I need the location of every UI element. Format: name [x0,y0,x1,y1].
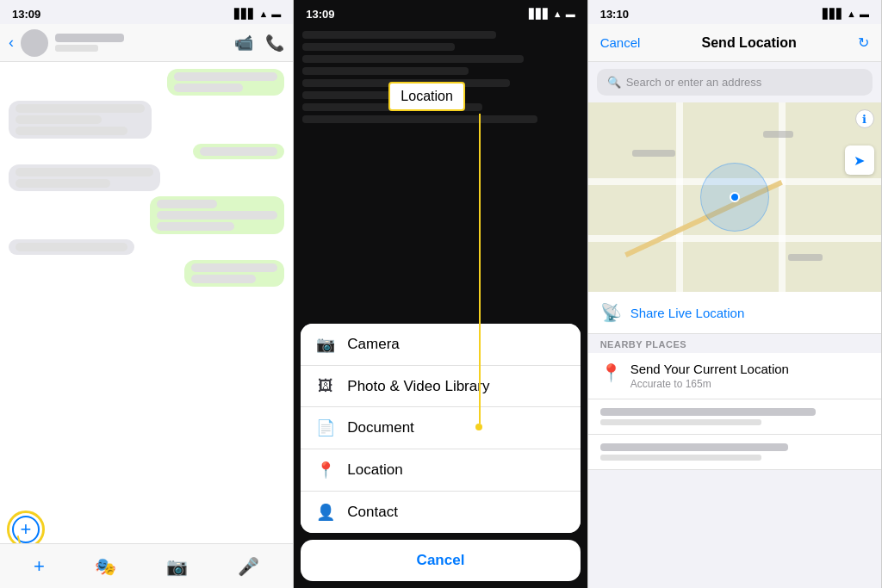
send-loc-cancel[interactable]: Cancel [600,35,641,50]
back-button[interactable]: ‹ [9,34,14,52]
camera-label: Camera [347,336,399,353]
contact-menu-icon: 👤 [316,503,335,522]
cancel-button[interactable]: Cancel [301,540,580,581]
bubble-3 [193,144,284,159]
document-menu-icon: 📄 [316,418,335,437]
mic-icon[interactable]: 🎤 [238,556,259,577]
action-sheet-panel: 13:09 ▋▋▋ ▲ ▬ Location 📷 Camera 🖼 Ph [294,0,587,588]
refresh-button[interactable]: ↻ [858,34,869,51]
msg-incoming-3 [9,239,284,255]
battery-icon-3: ▬ [860,9,869,19]
photos-label: Photo & Video Library [347,378,489,395]
status-icons-1: ▋▋▋ ▲ ▬ [234,9,281,20]
current-location-dot [730,192,740,202]
nav-action-icons: 📹 📞 [234,34,284,53]
contact-avatar [21,29,48,57]
bubble-2 [9,101,152,139]
sticker-icon[interactable]: 🎭 [95,556,116,577]
plus-button-area[interactable]: + [12,516,40,543]
map-label-3 [763,131,793,138]
location-label: Location [347,461,402,479]
msg-incoming-2 [9,164,284,191]
bubble-4 [9,164,160,191]
chat-panel: 13:09 ▋▋▋ ▲ ▬ ‹ 📹 📞 [0,0,294,588]
location-menu-icon: 📍 [316,461,335,480]
bubble-1 [167,69,284,96]
ios-action-sheet: 📷 Camera 🖼 Photo & Video Library 📄 Docum… [294,324,587,588]
contact-name-blur [55,34,124,42]
status-bar-2: 13:09 ▋▋▋ ▲ ▬ [294,0,587,24]
share-live-location[interactable]: 📡 Share Live Location [588,292,881,334]
time-1: 13:09 [12,8,40,21]
photos-menu-icon: 🖼 [316,377,335,395]
camera-menu-icon: 📷 [316,335,335,354]
current-loc-icon: 📍 [600,362,622,383]
status-icons-2: ▋▋▋ ▲ ▬ [529,9,575,20]
send-location-panel: 13:10 ▋▋▋ ▲ ▬ Cancel Send Location ↻ 🔍 S… [588,0,882,588]
location-list: 📡 Share Live Location NEARBY PLACES 📍 Se… [588,292,881,470]
msg-incoming-1 [9,101,284,139]
signal-icon-2: ▋▋▋ [529,9,550,20]
document-label: Document [347,419,413,436]
send-location-nav: Cancel Send Location ↻ [588,24,881,62]
menu-item-document[interactable]: 📄 Document [301,407,580,449]
menu-item-camera[interactable]: 📷 Camera [301,324,580,366]
live-location-icon: 📡 [600,302,622,323]
menu-item-location[interactable]: 📍 Location [301,449,580,492]
wifi-icon: ▲ [258,9,268,19]
bubble-5 [150,196,284,234]
status-bar-1: 13:09 ▋▋▋ ▲ ▬ [0,0,293,24]
bubble-7 [184,260,284,287]
search-icon: 🔍 [607,76,621,89]
current-loc-accuracy: Accurate to 165m [630,378,869,390]
nearby-place-2[interactable] [588,435,881,470]
time-2: 13:09 [306,8,334,21]
sheet-menu: 📷 Camera 🖼 Photo & Video Library 📄 Docum… [301,324,580,533]
signal-icon: ▋▋▋ [234,9,255,20]
address-search-bar[interactable]: 🔍 Search or enter an address [597,69,873,96]
status-icons-3: ▋▋▋ ▲ ▬ [823,9,869,20]
status-bar-3: 13:10 ▋▋▋ ▲ ▬ [588,0,881,24]
road-v-1 [676,102,683,292]
contact-label: Contact [347,504,398,521]
send-loc-title: Send Location [702,35,797,51]
contact-sub-blur [55,45,98,52]
share-live-label: Share Live Location [630,306,745,320]
current-loc-name: Send Your Current Location [630,362,869,376]
chat-messages [0,62,293,529]
map-info-icon[interactable]: ℹ [855,109,874,128]
msg-outgoing-1 [9,69,284,96]
wifi-icon-2: ▲ [553,9,562,19]
plus-icon[interactable]: + [34,555,45,578]
callout-arrow-line [479,114,481,424]
nearby-place-1[interactable] [588,399,881,435]
map-label-2 [788,254,823,261]
map-view[interactable]: ℹ ➤ [588,102,881,292]
camera-toolbar-icon[interactable]: 📷 [166,556,188,577]
center-map-button[interactable]: ➤ [845,145,874,175]
phone-call-icon[interactable]: 📞 [265,34,284,53]
current-loc-info: Send Your Current Location Accurate to 1… [630,362,869,390]
map-label-1 [632,150,675,157]
current-location-item[interactable]: 📍 Send Your Current Location Accurate to… [588,353,881,399]
msg-outgoing-4 [9,260,284,287]
chat-nav-bar: ‹ 📹 📞 [0,24,293,62]
battery-icon-2: ▬ [566,9,575,19]
bubble-6 [9,239,134,255]
contact-info [55,34,227,52]
nearby-places-header: NEARBY PLACES [588,334,881,353]
wifi-icon-3: ▲ [847,9,856,19]
menu-item-contact[interactable]: 👤 Contact [301,492,580,533]
add-attachment-button[interactable]: + [12,516,40,543]
msg-outgoing-2 [9,144,284,159]
callout-label: Location [388,82,465,111]
msg-outgoing-3 [9,196,284,234]
signal-icon-3: ▋▋▋ [823,9,843,20]
time-3: 13:10 [600,8,629,21]
menu-item-photos[interactable]: 🖼 Photo & Video Library [301,366,580,407]
search-placeholder: Search or enter an address [626,76,762,89]
message-toolbar: + 🎭 📷 🎤 [0,543,293,588]
battery-icon: ▬ [271,9,281,19]
video-call-icon[interactable]: 📹 [234,34,253,53]
road-h-2 [588,235,881,242]
